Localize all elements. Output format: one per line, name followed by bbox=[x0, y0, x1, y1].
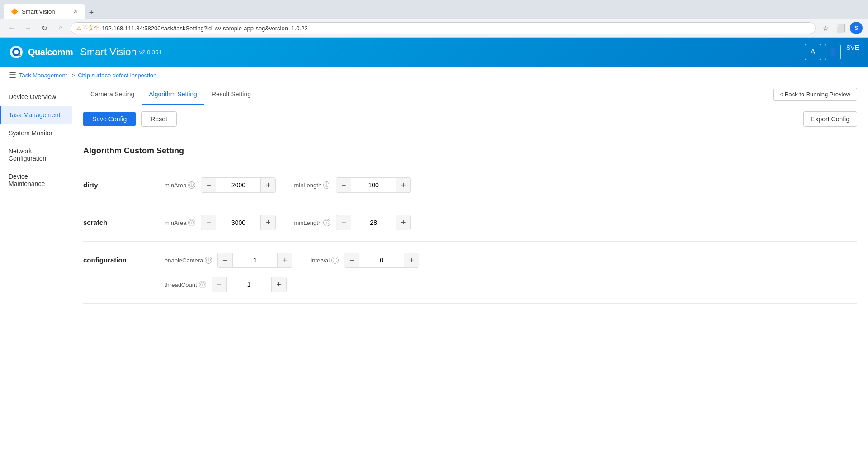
scratch-min-area-input[interactable] bbox=[216, 215, 261, 230]
dirty-min-area-increment[interactable]: + bbox=[261, 178, 275, 192]
config-thread-count-field: threadCount ⓘ − + bbox=[165, 277, 287, 292]
user-button[interactable]: 👤 bbox=[825, 44, 841, 60]
tab-bar-content: Camera Setting Algorithm Setting Result … bbox=[72, 84, 868, 105]
dirty-min-area-text: minArea bbox=[165, 182, 186, 189]
sidebar-item-task-management[interactable]: Task Management bbox=[0, 106, 72, 124]
save-config-button[interactable]: Save Config bbox=[83, 112, 136, 126]
sidebar: Device Overview Task Management System M… bbox=[0, 84, 72, 467]
config-interval-label: interval ⓘ bbox=[311, 257, 339, 264]
scratch-min-area-text: minArea bbox=[165, 219, 186, 226]
tab-favicon: 🔶 bbox=[11, 8, 18, 15]
scratch-min-area-decrement[interactable]: − bbox=[201, 215, 216, 230]
forward-nav-button[interactable]: → bbox=[22, 22, 34, 34]
scratch-min-length-label: minLength ⓘ bbox=[294, 219, 330, 226]
browser-tab-active[interactable]: 🔶 Smart Vision × bbox=[4, 4, 85, 19]
tab-bar: 🔶 Smart Vision × + bbox=[0, 0, 868, 19]
dirty-min-area-field: minArea ⓘ − + bbox=[165, 177, 276, 193]
breadcrumb-bar: ☰ Task Management -> Chip surface defect… bbox=[0, 67, 868, 84]
breadcrumb-task-management[interactable]: Task Management bbox=[19, 72, 67, 79]
qualcomm-logo: Qualcomm bbox=[9, 45, 73, 59]
config-interval-input[interactable] bbox=[359, 253, 404, 267]
scratch-name-col: scratch bbox=[83, 215, 165, 229]
config-thread-count-decrement[interactable]: − bbox=[212, 277, 226, 292]
new-tab-button[interactable]: + bbox=[85, 6, 98, 19]
config-enable-camera-decrement[interactable]: − bbox=[218, 253, 232, 267]
profile-button[interactable]: S bbox=[850, 22, 863, 34]
address-bar[interactable]: ⚠ 不安全 192.168.111.84:58200/task/taskSett… bbox=[71, 22, 816, 34]
dirty-min-length-increment[interactable]: + bbox=[396, 178, 410, 192]
config-thread-count-increment[interactable]: + bbox=[272, 277, 286, 292]
scratch-param-row: scratch minArea ⓘ − + bbox=[83, 215, 857, 230]
config-label: configuration bbox=[83, 256, 137, 264]
dirty-min-length-input[interactable] bbox=[351, 178, 396, 192]
app-header: Qualcomm Smart Vision v2.0.354 A 👤 SVE bbox=[0, 38, 868, 67]
dirty-name-col: dirty bbox=[83, 177, 165, 192]
config-thread-count-info-icon[interactable]: ⓘ bbox=[199, 281, 206, 288]
tab-algorithm-setting[interactable]: Algorithm Setting bbox=[142, 84, 204, 105]
dirty-min-length-decrement[interactable]: − bbox=[336, 178, 351, 192]
sidebar-item-device-maintenance[interactable]: Device Maintenance bbox=[0, 167, 72, 193]
config-enable-camera-increment[interactable]: + bbox=[278, 253, 292, 267]
dirty-min-length-field: minLength ⓘ − + bbox=[294, 177, 411, 193]
param-group-configuration: configuration enableCamera ⓘ − bbox=[83, 242, 857, 304]
export-config-button[interactable]: Export Config bbox=[803, 111, 857, 127]
scratch-min-length-info-icon[interactable]: ⓘ bbox=[323, 219, 330, 226]
config-param-row1: configuration enableCamera ⓘ − bbox=[83, 253, 857, 268]
dirty-min-length-info-icon[interactable]: ⓘ bbox=[323, 181, 330, 189]
main-layout: Device Overview Task Management System M… bbox=[0, 84, 868, 467]
config-enable-camera-label: enableCamera ⓘ bbox=[165, 257, 212, 264]
scratch-min-length-field: minLength ⓘ − + bbox=[294, 215, 411, 230]
reset-button[interactable]: Reset bbox=[141, 111, 177, 127]
tab-close-button[interactable]: × bbox=[74, 7, 78, 15]
scratch-min-area-increment[interactable]: + bbox=[261, 215, 275, 230]
sidebar-item-system-monitor[interactable]: System Monitor bbox=[0, 124, 72, 142]
dirty-min-area-info-icon[interactable]: ⓘ bbox=[188, 181, 195, 189]
sidebar-item-device-overview[interactable]: Device Overview bbox=[0, 88, 72, 106]
dirty-min-length-label: minLength ⓘ bbox=[294, 181, 330, 189]
dirty-min-length-control: − + bbox=[336, 177, 411, 193]
scratch-min-length-text: minLength bbox=[294, 219, 321, 226]
dirty-label: dirty bbox=[83, 181, 137, 189]
config-interval-increment[interactable]: + bbox=[404, 253, 419, 267]
breadcrumb-separator: -> bbox=[70, 72, 75, 79]
scratch-min-area-control: − + bbox=[201, 215, 276, 230]
config-interval-decrement[interactable]: − bbox=[344, 253, 359, 267]
dirty-min-area-decrement[interactable]: − bbox=[201, 178, 216, 192]
config-enable-camera-info-icon[interactable]: ⓘ bbox=[205, 257, 212, 264]
tab-camera-setting[interactable]: Camera Setting bbox=[83, 84, 142, 105]
tab-result-setting[interactable]: Result Setting bbox=[204, 84, 258, 105]
scratch-min-length-increment[interactable]: + bbox=[396, 215, 410, 230]
tab-camera-label: Camera Setting bbox=[90, 91, 134, 98]
breadcrumb-menu-icon[interactable]: ☰ bbox=[9, 70, 16, 80]
back-nav-button[interactable]: ← bbox=[5, 22, 18, 34]
extensions-button[interactable]: ⬜ bbox=[835, 22, 847, 34]
home-nav-button[interactable]: ⌂ bbox=[54, 22, 67, 34]
logo-text: Qualcomm bbox=[28, 47, 73, 57]
back-to-preview-button[interactable]: < Back to Running Preview bbox=[773, 88, 857, 101]
security-warning: ⚠ 不安全 bbox=[76, 24, 99, 32]
config-interval-control: − + bbox=[344, 253, 419, 268]
scratch-min-length-control: − + bbox=[336, 215, 411, 230]
sidebar-item-label: System Monitor bbox=[9, 129, 52, 137]
config-thread-count-input[interactable] bbox=[226, 277, 272, 292]
dirty-min-length-text: minLength bbox=[294, 182, 321, 189]
algorithm-content: Algorithm Custom Setting dirty minArea ⓘ bbox=[72, 133, 868, 316]
dirty-min-area-label: minArea ⓘ bbox=[165, 181, 195, 189]
scratch-min-area-field: minArea ⓘ − + bbox=[165, 215, 276, 230]
reload-nav-button[interactable]: ↻ bbox=[38, 22, 51, 34]
sidebar-item-network-configuration[interactable]: Network Configuration bbox=[0, 142, 72, 167]
scratch-min-length-decrement[interactable]: − bbox=[336, 215, 351, 230]
scratch-min-length-input[interactable] bbox=[351, 215, 396, 230]
translate-button[interactable]: A bbox=[805, 44, 821, 60]
config-enable-camera-input[interactable] bbox=[232, 253, 278, 267]
bookmark-button[interactable]: ☆ bbox=[819, 22, 832, 34]
config-param-row2: threadCount ⓘ − + bbox=[83, 277, 857, 292]
section-title: Algorithm Custom Setting bbox=[83, 146, 857, 156]
config-thread-count-text: threadCount bbox=[165, 281, 197, 288]
config-values-row2: threadCount ⓘ − + bbox=[165, 277, 287, 292]
config-interval-info-icon[interactable]: ⓘ bbox=[331, 257, 339, 264]
dirty-min-area-input[interactable] bbox=[216, 178, 261, 192]
config-thread-count-control: − + bbox=[212, 277, 287, 292]
scratch-min-area-info-icon[interactable]: ⓘ bbox=[188, 219, 195, 226]
config-values-row1: enableCamera ⓘ − + i bbox=[165, 253, 419, 268]
